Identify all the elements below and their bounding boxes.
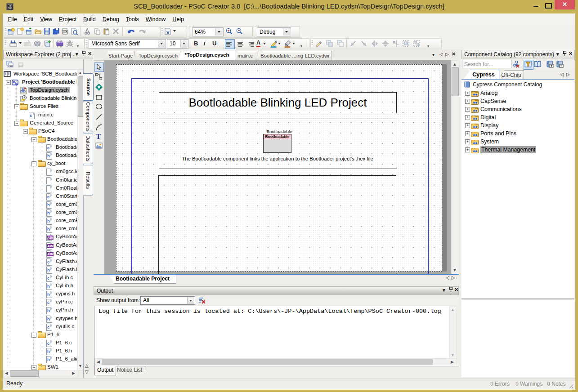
svg-text:0010: 0010 <box>57 40 63 43</box>
